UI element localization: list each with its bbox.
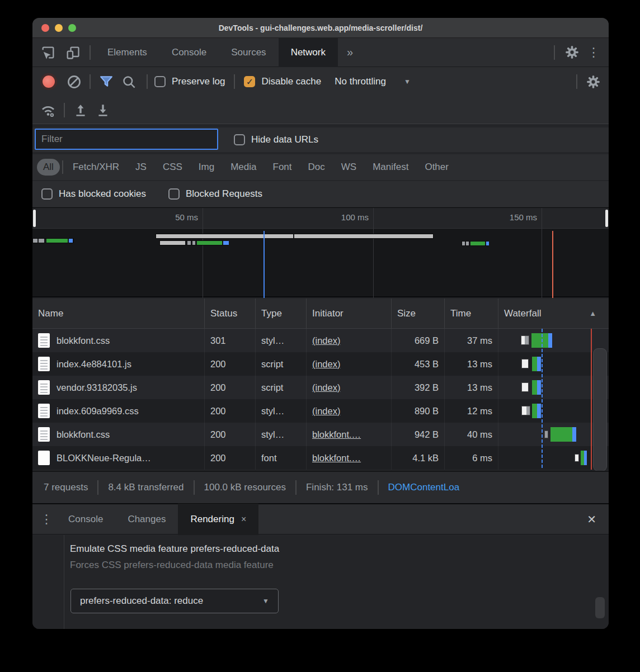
pill-fetch-xhr[interactable]: Fetch/XHR — [67, 159, 125, 176]
pill-img[interactable]: Img — [192, 159, 220, 176]
device-toolbar-icon[interactable] — [60, 41, 85, 64]
gridline-150ms — [542, 208, 542, 298]
pill-ws[interactable]: WS — [335, 159, 363, 176]
inspect-element-icon[interactable] — [36, 41, 60, 64]
has-blocked-cookies-toggle[interactable]: Has blocked cookies — [41, 188, 146, 200]
pill-media[interactable]: Media — [224, 159, 262, 176]
column-header-name[interactable]: Name — [32, 299, 205, 328]
table-scrollbar-thumb[interactable] — [593, 348, 607, 471]
table-row[interactable]: vendor.93182035.js 200 script (index) 39… — [32, 376, 609, 399]
sort-ascending-icon[interactable]: ▲ — [589, 309, 596, 318]
select-dropdown-arrow-icon: ▼ — [262, 597, 269, 605]
pill-all[interactable]: All — [37, 159, 60, 176]
requests-count: 7 requests — [44, 482, 88, 493]
waterfall-header-label: Waterfall — [504, 308, 541, 319]
close-window-button[interactable] — [41, 24, 49, 32]
preserve-log-toggle[interactable]: Preserve log — [154, 76, 225, 87]
hide-data-urls-checkbox[interactable] — [234, 134, 245, 145]
column-header-status[interactable]: Status — [205, 299, 256, 328]
column-header-waterfall[interactable]: Waterfall ▲ — [498, 299, 609, 328]
filter-input[interactable] — [35, 129, 218, 150]
pill-font[interactable]: Font — [267, 159, 298, 176]
overview-bar — [32, 238, 74, 243]
prefers-reduced-data-value: prefers-reduced-data: reduce — [80, 595, 203, 607]
request-size: 890 B — [392, 399, 445, 423]
tab-sources[interactable]: Sources — [219, 38, 278, 67]
network-toolbar: Preserve log ✓ Disable cache No throttli… — [32, 67, 609, 96]
request-size: 4.1 kB — [392, 446, 445, 470]
prefers-reduced-data-select[interactable]: prefers-reduced-data: reduce ▼ — [70, 589, 279, 613]
divider — [194, 480, 195, 495]
blocked-requests-toggle[interactable]: Blocked Requests — [168, 188, 262, 200]
initiator-link[interactable]: (index) — [312, 406, 340, 417]
zoom-window-button[interactable] — [68, 24, 76, 32]
table-row[interactable]: index.4e884101.js 200 script (index) 453… — [32, 352, 609, 376]
request-status: 200 — [205, 446, 256, 470]
column-header-type[interactable]: Type — [256, 299, 307, 328]
close-drawer-icon[interactable]: ✕ — [575, 513, 609, 526]
table-row[interactable]: index.609a9969.css 200 styl… (index) 890… — [32, 399, 609, 423]
drawer-tab-changes[interactable]: Changes — [115, 504, 178, 535]
initiator-link[interactable]: (index) — [312, 359, 340, 370]
pill-js[interactable]: JS — [129, 159, 153, 176]
blocked-requests-checkbox[interactable] — [168, 188, 180, 200]
initiator-link[interactable]: blokkfont.… — [312, 453, 361, 463]
export-har-icon[interactable] — [92, 99, 114, 121]
pill-css[interactable]: CSS — [157, 159, 189, 176]
drawer-tab-rendering[interactable]: Rendering × — [178, 504, 258, 535]
divider — [62, 160, 63, 174]
throttling-dropdown-arrow-icon[interactable]: ▼ — [404, 78, 411, 86]
table-row[interactable]: BLOKKNeue-Regula… 200 font blokkfont.… 4… — [32, 446, 609, 470]
table-row[interactable]: blokkfont.css 200 styl… blokkfont.… 942 … — [32, 423, 609, 446]
overview-handle-left[interactable] — [33, 210, 36, 227]
filter-funnel-icon[interactable] — [95, 70, 117, 93]
disable-cache-toggle[interactable]: ✓ Disable cache — [244, 76, 321, 87]
clear-icon[interactable] — [63, 70, 85, 93]
close-rendering-tab-icon[interactable]: × — [241, 514, 246, 524]
filter-row: Hide data URLs — [32, 127, 609, 152]
request-name: vendor.93182035.js — [57, 382, 137, 393]
hide-data-urls-toggle[interactable]: Hide data URLs — [234, 134, 318, 145]
search-icon[interactable] — [117, 70, 140, 93]
dom-content-loaded-time: DOMContentLoa — [388, 482, 460, 493]
column-header-initiator[interactable]: Initiator — [307, 299, 392, 328]
main-menu-kebab-icon[interactable]: ⋮ — [584, 45, 603, 60]
column-header-time[interactable]: Time — [445, 299, 498, 328]
stylesheet-file-icon — [38, 427, 50, 442]
pill-doc[interactable]: Doc — [302, 159, 331, 176]
waterfall-cell — [498, 352, 609, 376]
import-har-icon[interactable] — [69, 99, 92, 121]
request-name: blokkfont.css — [57, 335, 110, 346]
settings-gear-icon[interactable] — [559, 41, 584, 64]
pill-other[interactable]: Other — [418, 159, 455, 176]
drawer-scrollbar-thumb[interactable] — [595, 597, 605, 618]
table-row[interactable]: blokkfont.css 301 styl… (index) 669 B 37… — [32, 329, 609, 352]
tab-network[interactable]: Network — [279, 38, 338, 67]
network-conditions-icon[interactable] — [37, 99, 59, 121]
initiator-link[interactable]: blokkfont.… — [312, 429, 361, 440]
initiator-link[interactable]: (index) — [312, 382, 340, 393]
preserve-log-checkbox[interactable] — [154, 76, 166, 87]
throttling-select[interactable]: No throttling — [335, 76, 386, 87]
divider — [234, 74, 235, 89]
disable-cache-checkbox[interactable]: ✓ — [244, 76, 255, 87]
drawer-tab-console[interactable]: Console — [56, 504, 115, 535]
request-table-body: blokkfont.css 301 styl… (index) 669 B 37… — [32, 329, 609, 470]
record-button[interactable] — [43, 75, 55, 88]
overview-handle-right[interactable] — [605, 210, 608, 227]
request-table-header: Name Status Type Initiator Size Time Wat… — [32, 299, 609, 329]
request-type: script — [256, 352, 307, 376]
timeline-overview[interactable]: 50 ms 100 ms 150 ms — [32, 207, 609, 297]
column-header-size[interactable]: Size — [392, 299, 445, 328]
initiator-link[interactable]: (index) — [312, 335, 340, 346]
drawer-menu-kebab-icon[interactable]: ⋮ — [37, 512, 56, 527]
tab-elements[interactable]: Elements — [95, 38, 159, 67]
pill-manifest[interactable]: Manifest — [366, 159, 415, 176]
tab-console[interactable]: Console — [159, 38, 219, 67]
network-settings-gear-icon[interactable] — [582, 70, 604, 93]
minimize-window-button[interactable] — [55, 24, 63, 32]
has-blocked-cookies-checkbox[interactable] — [41, 188, 53, 200]
tab-bar-right: ⋮ — [549, 41, 609, 64]
overview-bar — [462, 241, 488, 246]
more-tabs-icon[interactable]: » — [338, 46, 362, 59]
